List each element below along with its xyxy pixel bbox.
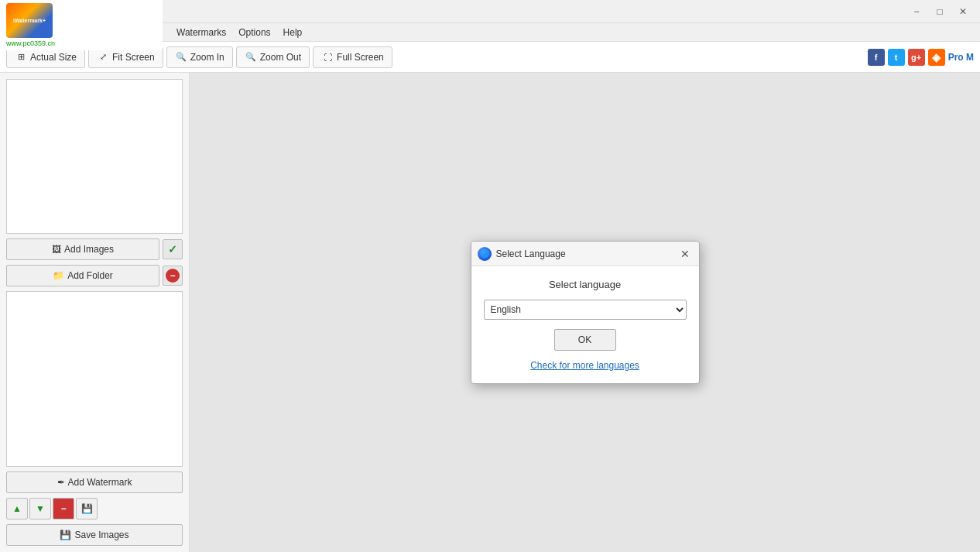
app-logo-area: iWatermark+ www.pc0359.cn [0, 0, 163, 50]
dialog-title-left: 🌐 Select Language [478, 247, 566, 261]
zoom-in-button[interactable]: 🔍 Zoom In [166, 46, 233, 68]
maximize-button[interactable]: □ [929, 4, 951, 19]
social-icons-area: f t g+ ◈ [868, 49, 945, 66]
check-icon: ✓ [168, 243, 177, 255]
dialog-title-text: Select Language [496, 249, 566, 259]
menu-item-watermarks[interactable]: Watermarks [170, 26, 232, 39]
add-images-icon: 🖼 [52, 244, 61, 255]
remove-folder-button[interactable]: − [163, 266, 183, 286]
dialog-title-bar: 🌐 Select Language ✕ [471, 242, 699, 266]
app-website-url: www.pc0359.cn [6, 39, 55, 47]
modal-overlay: 🌐 Select Language ✕ Select language Engl… [190, 73, 980, 552]
remove-icon: − [166, 269, 180, 283]
add-folder-button[interactable]: 📁 Add Folder [6, 265, 159, 286]
pro-label: Pro M [948, 52, 974, 63]
add-watermark-button[interactable]: ✒ Add Watermark [6, 471, 183, 493]
zoom-out-icon: 🔍 [245, 51, 257, 63]
left-panel: 🖼 Add Images ✓ 📁 Add Folder − ✒ Add Wate… [0, 73, 190, 552]
move-down-button[interactable]: ▼ [29, 498, 51, 519]
select-language-dialog: 🌐 Select Language ✕ Select language Engl… [471, 241, 700, 384]
facebook-icon[interactable]: f [868, 49, 885, 66]
menu-item-help[interactable]: Help [277, 26, 309, 39]
googleplus-icon[interactable]: g+ [908, 49, 925, 66]
dialog-globe-icon: 🌐 [478, 247, 492, 261]
save-watermark-button[interactable]: 💾 [76, 498, 98, 519]
main-layout: 🖼 Add Images ✓ 📁 Add Folder − ✒ Add Wate… [0, 73, 980, 552]
canvas-area: 🌐 Select Language ✕ Select language Engl… [190, 73, 980, 552]
add-images-button[interactable]: 🖼 Add Images [6, 238, 159, 260]
rss-icon[interactable]: ◈ [928, 49, 945, 66]
dialog-body: Select language English Chinese French G… [471, 266, 699, 383]
language-select-row: English Chinese French German Spanish Ja… [484, 300, 687, 320]
add-images-row: 🖼 Add Images ✓ [6, 238, 183, 260]
image-preview-area [6, 79, 183, 234]
dialog-close-button[interactable]: ✕ [677, 246, 693, 262]
menu-item-options[interactable]: Options [232, 26, 276, 39]
confirm-images-button[interactable]: ✓ [163, 239, 183, 259]
dialog-ok-button[interactable]: OK [554, 329, 616, 351]
add-watermark-row: ✒ Add Watermark [6, 471, 183, 493]
full-screen-button[interactable]: ⛶ Full Screen [313, 46, 392, 68]
save-images-icon: 💾 [60, 530, 71, 540]
add-folder-row: 📁 Add Folder − [6, 265, 183, 286]
app-logo-image: iWatermark+ [6, 3, 53, 38]
save-images-button[interactable]: 💾 Save Images [6, 524, 183, 546]
zoom-in-icon: 🔍 [175, 51, 187, 63]
full-screen-icon: ⛶ [321, 51, 334, 63]
add-folder-icon: 📁 [53, 270, 64, 281]
check-more-languages-link[interactable]: Check for more languages [530, 360, 639, 371]
language-select[interactable]: English Chinese French German Spanish Ja… [484, 300, 687, 320]
actual-size-icon: ⊞ [15, 51, 27, 63]
move-up-button[interactable]: ▲ [6, 498, 28, 519]
fit-screen-icon: ⤢ [97, 51, 109, 63]
minimize-button[interactable]: − [906, 4, 927, 19]
zoom-out-button[interactable]: 🔍 Zoom Out [236, 46, 310, 68]
delete-watermark-button[interactable]: − [53, 498, 74, 519]
watermark-action-buttons: ▲ ▼ − 💾 [6, 498, 183, 519]
twitter-icon[interactable]: t [888, 49, 905, 66]
close-button[interactable]: ✕ [952, 4, 974, 19]
dialog-body-label: Select language [549, 279, 621, 290]
watermark-list-area [6, 291, 183, 467]
add-watermark-icon: ✒ [57, 477, 65, 488]
title-bar-controls: − □ ✕ [906, 4, 974, 19]
delete-icon: − [60, 503, 66, 514]
